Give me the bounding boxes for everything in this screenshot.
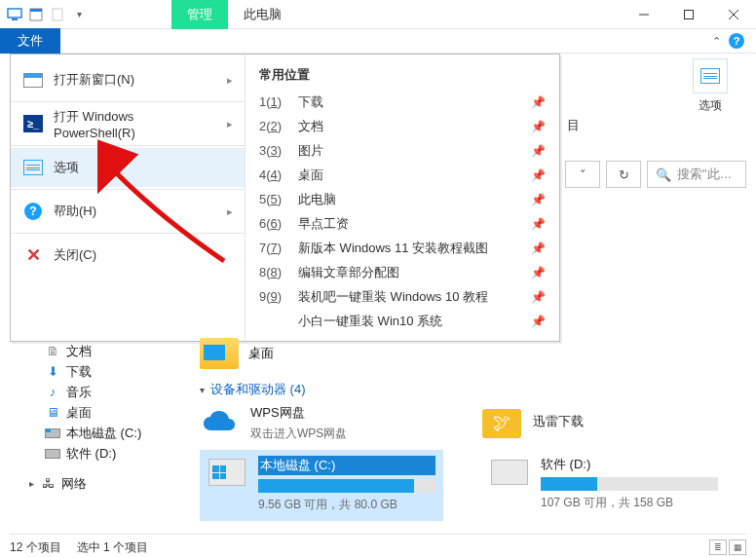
drive-wps[interactable]: WPS网盘 双击进入WPS网盘 <box>200 404 443 442</box>
cloud-icon <box>200 409 239 438</box>
pin-icon[interactable]: 📌 <box>531 144 546 158</box>
drive-d-name: 软件 (D:) <box>541 456 718 473</box>
pin-icon[interactable]: 📌 <box>531 193 546 206</box>
details-view-icon[interactable]: ≣ <box>709 539 727 555</box>
options-icon <box>700 68 720 84</box>
pin-icon[interactable]: 📌 <box>531 217 546 231</box>
pin-icon[interactable]: 📌 <box>531 241 546 255</box>
drive-c-usage-bar <box>258 479 435 493</box>
drive-xunlei[interactable]: 🕊 迅雷下载 <box>482 404 697 442</box>
frequent-location-item[interactable]: 3(3)图片📌 <box>246 138 559 163</box>
tree-item-drive-d[interactable]: 软件 (D:) <box>29 443 185 464</box>
pin-icon[interactable]: 📌 <box>531 120 546 133</box>
location-number: 1(1) <box>259 94 288 109</box>
svg-rect-4 <box>53 9 62 20</box>
chevron-right-icon: ▸ <box>227 74 233 87</box>
location-number: 5(5) <box>259 192 288 206</box>
powershell-icon: ≥_ <box>22 113 44 134</box>
location-label: 编辑文章部分配图 <box>298 264 521 281</box>
pin-icon[interactable]: 📌 <box>531 315 546 328</box>
music-icon: ♪ <box>45 385 60 400</box>
location-label: 早点工资 <box>298 215 521 233</box>
drive-wps-name: WPS网盘 <box>250 404 443 422</box>
file-menu-help[interactable]: ? 帮助(H) ▸ <box>11 192 245 231</box>
file-menu-help-label: 帮助(H) <box>54 203 217 220</box>
folder-tile-desktop[interactable]: 桌面 <box>200 336 746 379</box>
drive-icon <box>208 456 246 489</box>
quick-access-toolbar: ▾ <box>0 4 94 25</box>
file-menu-powershell[interactable]: ≥_ 打开 Windows PowerShell(R) ▸ <box>11 104 245 143</box>
file-menu: 打开新窗口(N) ▸ ≥_ 打开 Windows PowerShell(R) ▸… <box>10 54 560 342</box>
dropdown-button[interactable]: ˅ <box>565 161 600 188</box>
section-devices-heading[interactable]: 设备和驱动器 (4) <box>200 379 746 404</box>
location-label: 此电脑 <box>298 191 521 208</box>
tree-item-downloads[interactable]: ⬇下载 <box>29 361 185 382</box>
frequent-location-item[interactable]: 5(5)此电脑📌 <box>246 187 559 211</box>
title-bar: ▾ 管理 此电脑 <box>0 0 756 29</box>
file-menu-close[interactable]: ✕ 关闭(C) <box>11 236 245 275</box>
options-icon <box>22 157 44 178</box>
pin-icon[interactable]: 📌 <box>531 168 546 182</box>
options-tile[interactable]: 选项 <box>686 58 735 114</box>
pin-icon[interactable]: 📌 <box>531 266 546 279</box>
file-tab[interactable]: 文件 <box>0 28 60 54</box>
search-box[interactable]: 🔍 搜索"此… <box>647 161 746 188</box>
frequent-location-item[interactable]: 9(9)装机吧一键重装 Windows 10 教程📌 <box>246 284 559 309</box>
location-number: 2(2) <box>259 119 288 133</box>
location-label: 下载 <box>298 93 521 111</box>
frequent-location-item[interactable]: 2(2)文档📌 <box>246 114 559 138</box>
close-icon: ✕ <box>22 244 44 266</box>
monitor-icon[interactable] <box>4 4 25 25</box>
network-icon: 🖧 <box>40 476 56 492</box>
frequent-location-item[interactable]: 6(6)早点工资📌 <box>246 211 559 236</box>
ribbon-collapse-icon[interactable]: ⌃ <box>712 35 721 48</box>
frequent-location-item[interactable]: 7(7)新版本 Windows 11 安装教程截图📌 <box>246 236 559 260</box>
search-icon: 🔍 <box>656 167 671 182</box>
tab-this-pc[interactable]: 此电脑 <box>228 0 297 29</box>
pin-icon[interactable]: 📌 <box>531 290 546 304</box>
location-number: 6(6) <box>259 216 288 231</box>
drive-c-sub: 9.56 GB 可用，共 80.0 GB <box>258 497 435 513</box>
svg-rect-6 <box>685 10 694 19</box>
frequent-location-item[interactable]: 4(4)桌面📌 <box>246 163 559 187</box>
location-label: 文档 <box>298 118 521 135</box>
options-tile-label: 选项 <box>686 97 735 114</box>
view-mode-switcher[interactable]: ≣ ▦ <box>709 539 746 555</box>
folder-icon <box>200 338 239 369</box>
drive-xunlei-name: 迅雷下载 <box>533 413 697 430</box>
help-icon[interactable]: ? <box>729 33 744 49</box>
tree-item-documents[interactable]: 🗎文档 <box>29 341 185 361</box>
pin-icon[interactable]: 📌 <box>531 95 546 109</box>
location-label: 图片 <box>298 142 521 160</box>
drive-d[interactable]: 软件 (D:) 107 GB 可用，共 158 GB <box>482 450 726 521</box>
tree-item-music[interactable]: ♪音乐 <box>29 382 185 402</box>
document-icon: 🗎 <box>45 344 60 359</box>
frequent-location-item[interactable]: 小白一键重装 Win10 系统📌 <box>246 309 559 333</box>
window-controls <box>622 0 756 29</box>
tree-item-drive-c[interactable]: 本地磁盘 (C:) <box>29 423 185 443</box>
drive-c[interactable]: 本地磁盘 (C:) 9.56 GB 可用，共 80.0 GB <box>200 450 443 521</box>
tiles-view-icon[interactable]: ▦ <box>729 539 746 555</box>
file-menu-options[interactable]: 选项 <box>11 148 245 187</box>
document-icon[interactable] <box>47 4 68 25</box>
frequent-location-item[interactable]: 8(8)编辑文章部分配图📌 <box>246 260 559 284</box>
chevron-right-icon: ▸ <box>227 118 233 130</box>
minimize-button[interactable] <box>622 0 666 29</box>
svg-rect-0 <box>8 9 21 18</box>
file-menu-new-window[interactable]: 打开新窗口(N) ▸ <box>11 60 245 99</box>
tree-item-desktop[interactable]: 🖥桌面 <box>29 402 185 423</box>
search-placeholder: 搜索"此… <box>677 166 733 183</box>
properties-icon[interactable] <box>25 4 47 25</box>
file-menu-options-label: 选项 <box>54 159 233 176</box>
drive-icon <box>490 456 529 489</box>
location-number: 9(9) <box>259 289 288 304</box>
qat-dropdown-icon[interactable]: ▾ <box>68 4 90 25</box>
refresh-button[interactable]: ↻ <box>606 161 641 188</box>
tree-item-network[interactable]: ▸🖧网络 <box>29 473 185 494</box>
drive-icon <box>45 446 60 462</box>
frequent-location-item[interactable]: 1(1)下载📌 <box>246 90 559 114</box>
svg-rect-1 <box>12 19 18 20</box>
tab-drive-tools[interactable]: 管理 <box>171 0 228 29</box>
maximize-button[interactable] <box>666 0 711 29</box>
close-button[interactable] <box>711 0 756 29</box>
